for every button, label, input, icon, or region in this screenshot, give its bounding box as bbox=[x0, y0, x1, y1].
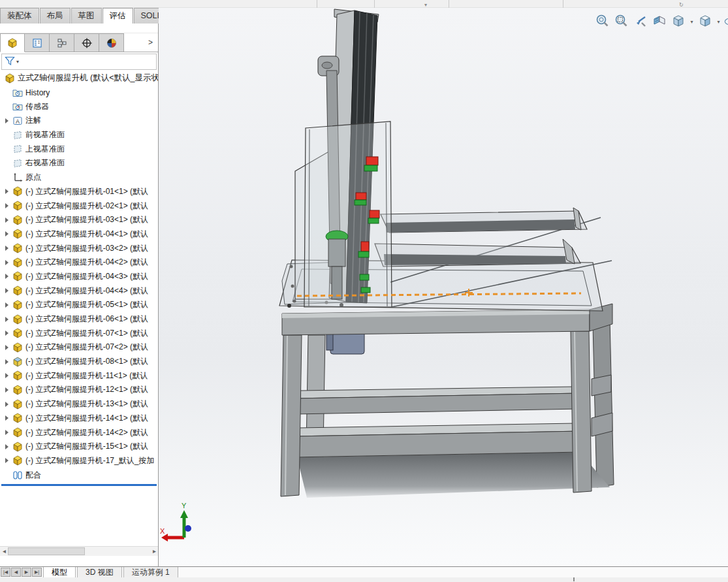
bottom-tab-2[interactable]: 运动算例 1 bbox=[123, 567, 178, 577]
zoom-area-icon[interactable] bbox=[613, 13, 630, 30]
display-style-icon[interactable] bbox=[697, 13, 714, 30]
tree-filter-field[interactable]: ▾ bbox=[1, 54, 157, 70]
tree-item[interactable]: (-) 立式Z轴伺服提升机-04<4> (默认 bbox=[0, 283, 158, 298]
expand-arrow-icon[interactable] bbox=[3, 345, 10, 350]
command-tab-2[interactable]: 草图 bbox=[71, 8, 102, 24]
assembly-icon bbox=[12, 455, 23, 466]
tree-item[interactable]: 原点 bbox=[0, 170, 158, 185]
filter-dropdown-caret[interactable]: ▾ bbox=[16, 59, 19, 65]
tree-item[interactable]: (-) 立式Z轴伺服提升机-04<2> (默认 bbox=[0, 255, 158, 270]
expand-arrow-icon[interactable] bbox=[3, 274, 10, 279]
tree-item[interactable]: A 注解 bbox=[0, 114, 158, 128]
expand-arrow-icon[interactable] bbox=[3, 402, 10, 407]
tree-item-label: (-) 立式Z轴伺服提升机-04<2> (默认 bbox=[25, 257, 148, 268]
tree-item-label: 传感器 bbox=[25, 101, 49, 112]
tree-item[interactable]: (-) 立式Z轴伺服提升机-03<1> (默认 bbox=[0, 213, 158, 227]
command-tab-1[interactable]: 布局 bbox=[40, 8, 71, 24]
3d-model-vertical-z-axis-lifter[interactable] bbox=[159, 8, 728, 566]
tree-item[interactable]: (-) 立式Z轴伺服提升机-04<3> (默认 bbox=[0, 270, 158, 284]
expand-arrow-icon[interactable] bbox=[3, 317, 10, 322]
expand-arrow-icon[interactable] bbox=[3, 189, 10, 194]
toolbar-dropdown-icon[interactable]: ▾ bbox=[424, 3, 429, 7]
tree-item[interactable]: (-) 立式Z轴伺服提升机-15<1> (默认 bbox=[0, 440, 158, 454]
tree-item[interactable]: (-) 立式Z轴伺服提升机-05<1> (默认 bbox=[0, 298, 158, 312]
assembly-icon bbox=[12, 229, 23, 239]
view-orientation-icon-caret[interactable]: ▾ bbox=[689, 13, 695, 30]
expand-arrow-icon[interactable] bbox=[3, 302, 10, 308]
tree-item[interactable]: (-) 立式Z轴伺服提升机-04<1> (默认 bbox=[0, 227, 158, 242]
rollback-bar[interactable] bbox=[1, 484, 157, 486]
toolbar-separator bbox=[449, 0, 449, 8]
tab-featuremanager[interactable] bbox=[0, 33, 25, 52]
expand-arrow-icon[interactable] bbox=[3, 231, 10, 236]
expand-arrow-icon[interactable] bbox=[3, 373, 10, 378]
expand-arrow-icon[interactable] bbox=[3, 387, 10, 393]
section-view-icon[interactable] bbox=[651, 13, 668, 30]
expand-arrow-icon[interactable] bbox=[3, 246, 10, 251]
expand-arrow-icon[interactable] bbox=[3, 458, 10, 463]
hide-show-icon[interactable] bbox=[723, 13, 728, 30]
tree-item[interactable]: (-) 立式Z轴伺服提升机-13<1> (默认 bbox=[0, 397, 158, 412]
expand-arrow-icon[interactable] bbox=[3, 218, 10, 223]
expand-arrow-icon[interactable] bbox=[3, 444, 10, 449]
filter-funnel-icon[interactable] bbox=[5, 56, 15, 69]
tree-item-label: (-) 立式Z轴伺服提升机-04<1> (默认 bbox=[25, 229, 148, 240]
tree-item[interactable]: (-) 立式Z轴伺服提升机-01<1> (默认 bbox=[0, 185, 158, 199]
tree-item[interactable]: (-) 立式Z轴伺服提升机-02<1> (默认 bbox=[0, 199, 158, 213]
tree-item[interactable]: (-) 立式Z轴伺服提升机-07<1> (默认 bbox=[0, 326, 158, 340]
bottom-tab-1[interactable]: 3D 视图 bbox=[77, 567, 122, 577]
expand-arrow-icon[interactable] bbox=[3, 415, 10, 421]
command-tab-0[interactable]: 装配体 bbox=[0, 8, 39, 24]
expand-arrow-icon[interactable] bbox=[3, 203, 10, 208]
scrollbar-thumb[interactable] bbox=[8, 547, 85, 555]
view-orientation-icon[interactable] bbox=[670, 13, 687, 30]
tab-configurations[interactable] bbox=[50, 33, 74, 52]
expand-arrow-icon[interactable] bbox=[3, 118, 10, 123]
expand-arrow-icon[interactable] bbox=[3, 288, 10, 293]
tree-item[interactable]: (-) 立式Z轴伺服提升机-14<1> (默认 bbox=[0, 412, 158, 426]
tree-item[interactable]: (-) 立式Z轴伺服提升机-07<2> (默认 bbox=[0, 340, 158, 355]
expand-arrow-icon[interactable] bbox=[3, 331, 10, 336]
display-style-icon-caret[interactable]: ▾ bbox=[716, 13, 721, 30]
tree-item[interactable]: (-) 立式Z轴伺服提升机-17_默认_按加 bbox=[0, 454, 158, 468]
plane-icon bbox=[12, 130, 23, 140]
previous-view-icon[interactable] bbox=[632, 13, 649, 30]
tree-item[interactable]: 右视基准面 bbox=[0, 156, 158, 170]
assembly-icon bbox=[12, 328, 23, 338]
tree-item[interactable]: (-) 立式Z轴伺服提升机-14<2> (默认 bbox=[0, 425, 158, 440]
assembly-icon bbox=[12, 257, 23, 268]
tree-item[interactable]: (-) 立式Z轴伺服提升机-03<2> (默认 bbox=[0, 241, 158, 255]
top-toolbar-sliver: ▾ ↻ bbox=[0, 0, 728, 8]
expand-arrow-icon[interactable] bbox=[3, 260, 10, 265]
command-tab-3[interactable]: 评估 bbox=[103, 8, 133, 24]
expand-arrow-icon[interactable] bbox=[3, 430, 10, 435]
toolbar-rebuild-icon[interactable]: ↻ bbox=[679, 3, 684, 7]
tree-item[interactable]: 前视基准面 bbox=[0, 128, 158, 142]
panel-horizontal-scrollbar[interactable]: ◂ ▸ bbox=[0, 546, 159, 556]
expand-arrow-icon[interactable] bbox=[3, 359, 10, 364]
assembly-icon bbox=[12, 427, 23, 438]
prev-tab-button[interactable]: ◀ bbox=[11, 568, 21, 577]
tree-item[interactable]: 上视基准面 bbox=[0, 142, 158, 156]
last-tab-button[interactable]: ▶| bbox=[32, 568, 42, 577]
first-tab-button[interactable]: |◀ bbox=[1, 568, 10, 577]
next-tab-button[interactable]: ▶ bbox=[22, 568, 31, 577]
scroll-right-icon[interactable]: ▸ bbox=[150, 547, 159, 556]
panel-tabs-overflow-icon[interactable]: > bbox=[124, 33, 158, 52]
tree-item[interactable]: History bbox=[0, 86, 158, 100]
tab-dimxpert[interactable] bbox=[74, 33, 99, 52]
tree-item[interactable]: 传感器 bbox=[0, 99, 158, 114]
zoom-fit-icon[interactable] bbox=[594, 13, 611, 30]
tab-displaymanager[interactable] bbox=[99, 33, 124, 52]
tree-root-item[interactable]: 立式Z轴伺服提升机 (默认<默认_显示状 bbox=[0, 71, 158, 86]
assembly-icon bbox=[12, 186, 23, 197]
tab-propertymanager[interactable] bbox=[25, 33, 50, 52]
tree-item[interactable]: (-) 立式Z轴伺服提升机-08<1> (默认 bbox=[0, 355, 158, 369]
graphics-viewport[interactable]: X Y bbox=[159, 8, 728, 566]
bottom-tab-0[interactable]: 模型 bbox=[43, 567, 76, 577]
assembly-icon bbox=[12, 442, 23, 452]
tree-item[interactable]: (-) 立式Z轴伺服提升机-11<1> (默认 bbox=[0, 368, 158, 383]
tree-item[interactable]: (-) 立式Z轴伺服提升机-12<1> (默认 bbox=[0, 383, 158, 397]
tree-item[interactable]: 配合 bbox=[0, 468, 158, 482]
tree-item[interactable]: (-) 立式Z轴伺服提升机-06<1> (默认 bbox=[0, 312, 158, 327]
